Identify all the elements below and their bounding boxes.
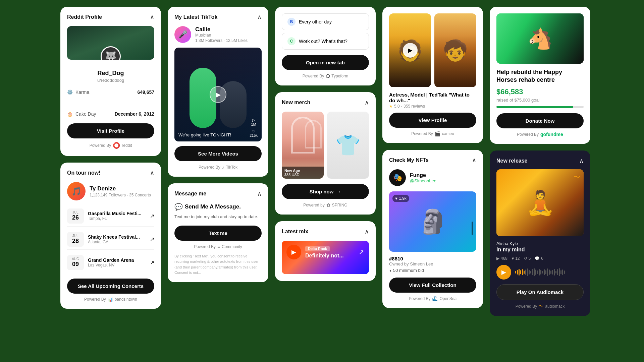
cameo-rating: ★ 5.0 · 355 reviews — [389, 104, 476, 109]
concert-month-2: JUL — [70, 234, 80, 238]
mix-title: Definitely not... — [305, 253, 355, 259]
merch-shirt-bg: 👕 — [327, 112, 369, 179]
concert-location-1: Tampa, FL — [88, 216, 146, 221]
audio-play-button[interactable]: ▶ — [496, 265, 511, 280]
concert-link-icon-3[interactable]: ↗ — [150, 259, 154, 266]
see-more-videos-button[interactable]: See More Videos — [174, 146, 262, 161]
nft-bid: ⬧ 50 minimum bid — [389, 268, 476, 273]
open-in-new-tab-button[interactable]: Open in new tab — [282, 55, 369, 70]
mix-play-button[interactable]: ▶ — [286, 245, 301, 259]
audiomack-track-stats: ▶ 468 ♥ 12 ↺ 5 💬 6 — [496, 256, 584, 261]
opensea-logo: 🌊 — [432, 296, 438, 301]
tiktok-card: My Latest TikTok ∧ 🎤 Callie Musician 1.3… — [168, 7, 268, 177]
visit-profile-button[interactable]: Visit Profile — [67, 123, 154, 138]
nft-card-header: Check My NFTs ∧ — [389, 157, 476, 164]
waveform-bar — [525, 269, 526, 275]
nft-owner: Owned by Simeon Lee — [389, 261, 476, 266]
option-c-text: Work out? What's that? — [299, 39, 347, 44]
merch-item-2[interactable]: 👕 — [327, 112, 369, 179]
concert-day-2: 28 — [70, 238, 80, 245]
merch-card-title: New merch — [282, 100, 310, 106]
nft-image[interactable]: ♥ 1.9k 🗿 — [389, 191, 476, 252]
video-play-1[interactable]: ▶ — [403, 43, 418, 58]
concert-link-icon-2[interactable]: ↗ — [150, 236, 154, 242]
tiktok-collapse-icon[interactable]: ∧ — [257, 13, 262, 21]
mix-player[interactable]: ▶ Delta Rock Definitely not... ↗ — [282, 241, 369, 274]
concert-date-1: JUL 26 — [67, 208, 84, 224]
message-collapse-icon[interactable]: ∧ — [257, 190, 262, 197]
share-mix-icon[interactable]: ↗ — [359, 248, 364, 256]
video-play-icon[interactable]: ▶ — [210, 86, 226, 103]
mix-collapse-icon[interactable]: ∧ — [365, 228, 369, 235]
waveform-bar — [520, 270, 521, 274]
typeform-option-b[interactable]: B Every other day — [282, 13, 369, 30]
audiomack-collapse-icon[interactable]: ∧ — [579, 157, 584, 165]
nft-collapse-icon[interactable]: ∧ — [472, 157, 476, 164]
tour-collapse-icon[interactable]: ∧ — [150, 169, 154, 177]
waveform-bar — [517, 270, 518, 275]
concert-info-1: Gasparilla Music Festi... Tampa, FL — [88, 211, 146, 221]
cameo-person-2[interactable]: 🧒 — [434, 13, 476, 87]
waveform-bar — [545, 270, 546, 274]
concert-day-3: 09 — [70, 261, 80, 268]
tour-avatar: 🎵 — [67, 182, 86, 200]
see-all-concerts-button[interactable]: See All Upcoming Concerts — [67, 279, 154, 294]
progress-bar — [496, 106, 584, 108]
merch-card: New merch ∧ New Age $35 USD — [275, 92, 376, 215]
heart-icon: ♡ — [252, 129, 255, 133]
concert-location-3: Las Vegas, NV — [88, 263, 146, 267]
nft-avatar: 🎭 — [389, 169, 406, 186]
cameo-card: 🧑 ▶ 🧒 Actress, Model | TedTalk "What to … — [382, 7, 483, 143]
play-count-icon: ▶ — [496, 256, 499, 261]
audiomack-card: New release ∧ 🧘 〜 Alisha Kyle In my mind… — [490, 150, 590, 316]
column-4: 🧑 ▶ 🧒 Actress, Model | TedTalk "What to … — [382, 7, 483, 316]
tiktok-video-preview[interactable]: ▶ We're going live TONIGHT! ▷ 1M ♡ 215k — [174, 48, 262, 141]
progress-fill — [496, 106, 573, 108]
nft-artist-handle: @SimeonLee — [410, 178, 436, 183]
mix-card: Latest mix ∧ ▶ Delta Rock Definitely not… — [275, 221, 376, 281]
tour-artist-name: Ty Denize — [90, 185, 151, 192]
concert-item-2: JUL 28 Shaky Knees Festival... Atlanta, … — [67, 229, 154, 250]
audiomack-track-title: In my mind — [496, 247, 584, 253]
cakeday-row: 🎂 Cake Day December 6, 2012 — [67, 110, 154, 118]
text-me-button[interactable]: Text me — [174, 226, 262, 241]
merch-images: New Age $35 USD 👕 — [282, 112, 369, 179]
play-on-audiomack-button[interactable]: Play On Audiomack — [496, 284, 584, 300]
waveform-bar — [554, 269, 555, 276]
message-card-title: Message me — [174, 191, 206, 197]
merch-item-1[interactable]: New Age $35 USD — [282, 112, 324, 179]
heart-count: ♥ 12 — [512, 256, 520, 261]
shop-now-button[interactable]: Shop now → — [282, 184, 369, 199]
nft-id: #8810 — [389, 256, 476, 261]
tiktok-artist-type: Musician — [195, 33, 248, 38]
cameo-person-1[interactable]: 🧑 ▶ — [389, 13, 431, 87]
heart-count-icon: ♥ — [512, 256, 514, 261]
karma-label: ⚙️ Karma — [67, 89, 89, 95]
waveform-bar — [524, 270, 525, 274]
scroll-indicator — [472, 222, 473, 235]
view-profile-button[interactable]: View Profile — [389, 113, 476, 128]
gofundme-logo: gofundme — [540, 132, 563, 137]
waveform-bar — [542, 271, 543, 274]
powered-by-opensea: Powered By 🌊 OpenSea — [389, 296, 476, 301]
waveform-bar — [530, 271, 531, 274]
concert-month-1: JUL — [70, 210, 80, 214]
concert-item-1: JUL 26 Gasparilla Music Festi... Tampa, … — [67, 206, 154, 227]
powered-by-reddit: Powered By ⭕ reddit — [67, 142, 154, 149]
donate-button[interactable]: Donate Now — [496, 113, 584, 128]
reddit-collapse-icon[interactable]: ∧ — [150, 13, 154, 21]
nft-card: Check My NFTs ∧ 🎭 Funge @SimeonLee ♥ 1.9… — [382, 150, 483, 308]
tiktok-stats: 1.3M Followers · 12.5M Likes — [195, 38, 248, 43]
tiktok-artist-name: Callie — [195, 26, 248, 33]
heart-icon: ♥ — [395, 196, 397, 201]
audiomack-wave-icon: 〜 — [574, 173, 580, 182]
merch-collapse-icon[interactable]: ∧ — [365, 99, 369, 106]
typeform-option-c[interactable]: C Work out? What's that? — [282, 33, 369, 50]
view-collection-button[interactable]: View Full Collection — [389, 278, 476, 293]
audiomack-card-title: New release — [496, 158, 528, 164]
nft-card-title: Check My NFTs — [389, 157, 429, 163]
community-logo: ≡ — [217, 244, 220, 249]
waveform-bar — [519, 269, 520, 276]
audiomack-player: ▶ — [496, 265, 584, 280]
concert-link-icon-1[interactable]: ↗ — [150, 213, 154, 219]
